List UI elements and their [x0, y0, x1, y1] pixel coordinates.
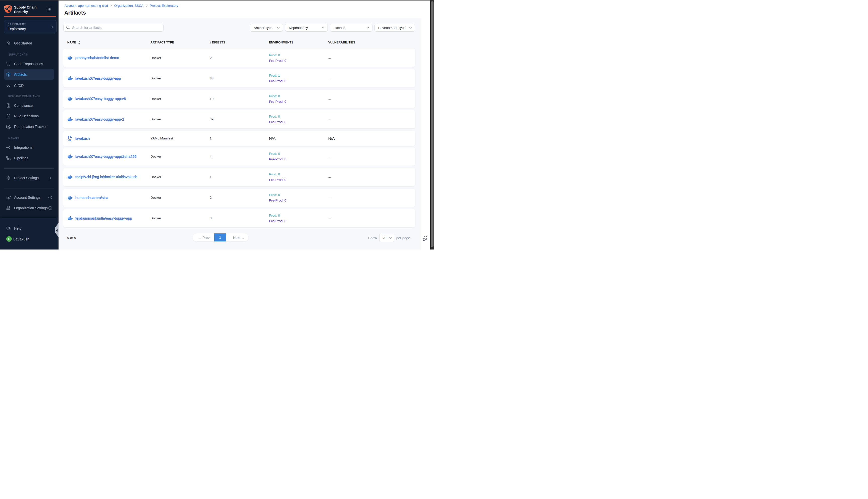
svg-text:YML: YML: [67, 139, 72, 141]
svg-text:?: ?: [8, 227, 9, 229]
